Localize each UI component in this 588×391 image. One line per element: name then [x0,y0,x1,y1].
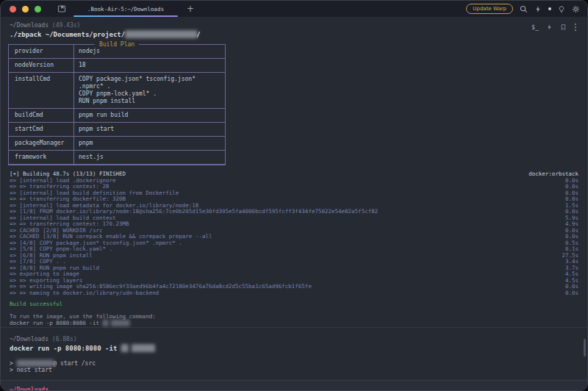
update-warp-button[interactable]: Update Warp [466,4,513,14]
ai-lightning-icon[interactable] [534,5,542,13]
step-text: => [6/8] RUN pnpm install [10,253,93,259]
step-text: => => naming to docker.io/library/udn-ba… [10,290,159,297]
run-hint: To run the image, use the following comm… [10,313,578,320]
step-time: 0.0s [559,290,578,297]
redacted-text: ███████ [111,320,129,326]
notification-dot-icon [548,7,551,10]
prompt-duration: (6.88s) [52,336,77,342]
build-plan-row: buildCmd pnpm run build [9,109,225,123]
docker-run-command[interactable]: docker run -p 8080:8080 -it ██ ███████ [10,344,578,353]
step-text: => [internal] load metadata for docker.i… [10,203,198,209]
settings-gear-icon[interactable] [572,5,580,13]
redacted-text: ███████ [132,345,154,352]
docker-step-line: => [6/8] RUN pnpm install 27.5s [10,253,578,259]
redacted-text: ██ [102,320,107,326]
block-actions: $_ [531,23,577,32]
lightbulb-icon[interactable] [558,5,565,13]
bookmark-panel-icon[interactable] [57,4,66,13]
build-success-message: Build successful [10,301,578,307]
traffic-lights [10,6,41,12]
prompt-line: ~/Downloads (6.88s) [10,336,578,342]
build-plan-key: packageManager [9,137,74,150]
redacted-text: ██ [121,345,128,352]
scrollbar-thumb[interactable] [584,339,586,356]
current-prompt-path: ~/Downloads [10,387,578,391]
command-text: docker run -p 8080:8080 -it [10,345,117,352]
docker-step-line: => => transferring context: 170.23MB 4.9… [10,221,578,228]
bolt-icon[interactable] [546,24,553,31]
prompt-line: ~/Downloads (49.43s) [10,22,578,29]
more-options-icon[interactable] [574,23,577,32]
docker-step-line: => [5/8] COPY pnpm-lock.yaml* . 0.1s [10,246,578,253]
build-plan-key: buildCmd [9,109,74,122]
docker-step-line: => [internal] load metadata for docker.i… [10,203,578,209]
docker-step-line: => => transferring dockerfile: 320B 0.0s [10,196,578,203]
build-status-line: [+] Building 48.7s (13/13) FINISHED [10,171,126,178]
build-plan-row: installCmd COPY package.json* tsconfig.j… [9,73,225,109]
step-text: => [internal] load build context [10,215,116,222]
prompt-path: ~/Downloads [10,22,49,29]
step-text: => [7/8] COPY . . [10,259,66,265]
command-block-zbpack: ~/Downloads (49.43s) ./zbpack ~/Document… [1,17,587,43]
zbpack-command[interactable]: ./zbpack ~/Documents/project/███████████… [10,30,578,39]
step-text: => [4/8] COPY package.json* tsconfig.jso… [10,240,182,247]
step-text: => [5/8] COPY pnpm-lock.yaml* . [10,246,112,253]
build-plan-title: Build Plan [95,41,139,48]
docker-step-line: => [8/8] RUN pnpm run build 3.7s [10,265,578,272]
step-text: => => transferring context: 2B [10,184,109,190]
step-text: => => writing image sha256:8586ec9f33aed… [10,284,312,290]
docker-build-output: [+] Building 48.7s (13/13) FINISHED dock… [1,171,587,296]
step-text: => [1/8] FROM docker.io/library/node:18@… [10,209,378,215]
build-plan-key: nodeVersion [9,59,74,72]
step-text: => exporting to image [10,271,79,278]
build-plan-table: Build Plan provider nodejs nodeVersion 1… [8,44,226,165]
command-block-docker-run: ~/Downloads (6.88s) docker run -p 8080:8… [1,331,587,353]
terminal-tab[interactable]: .Book-Air-5:~/Downloads [76,1,175,17]
docker-step-line: => => transferring context: 2B 0.0s [10,184,578,190]
build-plan-value: pnpm [74,137,97,150]
shell-prompt-icon[interactable]: $_ [531,24,539,31]
titlebar: .Book-Air-5:~/Downloads + Update Warp [1,1,587,17]
docker-step-line: => [1/8] FROM docker.io/library/node:18@… [10,209,578,215]
build-plan-key: installCmd [9,73,74,108]
docker-step-line: => [7/8] COPY . . 3.4s [10,259,578,265]
zoom-window-button[interactable] [35,6,41,12]
minimize-window-button[interactable] [22,6,29,12]
build-plan-value: 18 [74,59,90,72]
bookmark-icon[interactable] [560,24,567,31]
docker-step-line: => [internal] load build context 5.9s [10,215,578,222]
step-text: => => transferring context: 170.23MB [10,221,129,228]
script-start-line: > █████████████@ start /src [10,360,578,367]
docker-step-line: => exporting to image 4.5s [10,271,578,278]
build-plan-value: pnpm start [74,123,118,136]
docker-step-line: => CACHED [2/8] WORKDIR /src 0.0s [10,228,578,234]
docker-step-line: => [4/8] COPY package.json* tsconfig.jso… [10,240,578,247]
close-window-button[interactable] [10,6,16,12]
tab-title: .Book-Air-5:~/Downloads [87,6,164,12]
build-plan-key: startCmd [9,123,74,136]
nest-start-line: > nest start [10,367,578,374]
build-plan-key: framework [9,151,74,164]
docker-step-line: => [internal] load .dockerignore 0.0s [10,178,578,184]
step-text: => [internal] load build definition from… [10,190,179,197]
step-text: => => exporting layers [10,278,82,284]
build-plan-value: pnpm run build [74,109,132,122]
build-plan-key: provider [9,45,74,58]
redacted-text: ██████████████████████ [125,31,196,38]
step-text: => [8/8] RUN pnpm run build [10,265,99,272]
suggested-run-command: docker run -p 8080:8080 -it ██ ███████ [10,320,578,327]
prompt-duration: (49.43s) [52,22,81,29]
build-plan-row: startCmd pnpm start [9,123,225,137]
search-icon[interactable] [520,5,528,13]
build-plan-row: packageManager pnpm [9,137,225,151]
new-tab-button[interactable]: + [187,4,194,14]
docker-step-line: => [internal] load build definition from… [10,190,578,197]
step-text: => [internal] load .dockerignore [10,178,116,184]
run-command-text: docker run -p 8080:8080 -it [10,320,99,326]
docker-build-header: [+] Building 48.7s (13/13) FINISHED dock… [10,171,578,178]
build-plan-value: nest.js [74,151,108,164]
current-prompt-block[interactable]: ~/Downloads [1,380,587,391]
docker-step-line: => => writing image sha256:8586ec9f33aed… [10,284,578,290]
build-plan-row: nodeVersion 18 [9,59,225,73]
npm-script-output: > █████████████@ start /src > nest start [1,360,587,374]
